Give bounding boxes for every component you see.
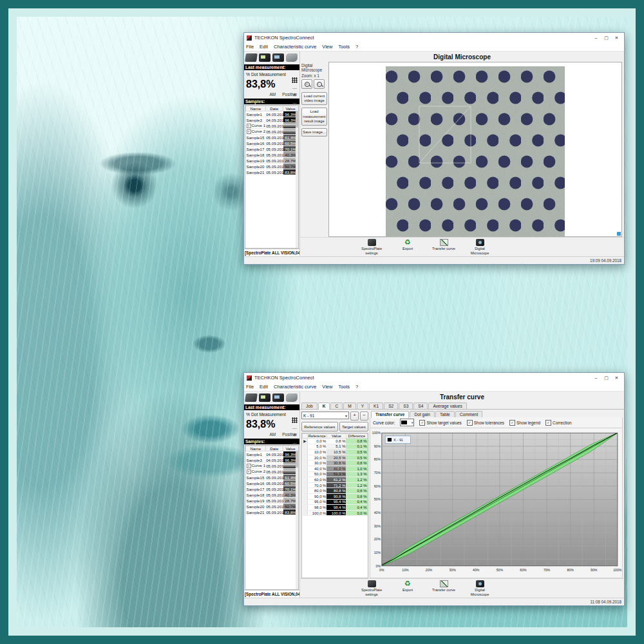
tab-c[interactable]: C <box>330 402 343 409</box>
menu-view[interactable]: View <box>322 384 332 390</box>
maximize-button[interactable]: ▢ <box>601 374 611 381</box>
sample-row[interactable]: Sample2005.09.201850,7% <box>246 504 298 509</box>
menu-file[interactable]: File <box>246 384 254 390</box>
spectro-display2-device-icon[interactable] <box>272 393 284 402</box>
toolbar-transfer-curve[interactable]: Transfer curve <box>430 239 457 251</box>
checkbox-show-legend[interactable]: ✓Show legend <box>509 420 540 426</box>
sample-row[interactable]: +Curve 2B05.09.2018 <box>246 469 298 475</box>
menu-tools[interactable]: Tools <box>338 384 350 390</box>
titlebar[interactable]: TECHKON SpectroConnect – ▢ ✕ <box>244 33 624 43</box>
tab-average-values[interactable]: Average values <box>428 402 466 409</box>
spectrojet-device-icon[interactable] <box>286 53 298 62</box>
reference-row[interactable]: 98,0 %98,4 %0,4 % <box>303 505 368 511</box>
menu-file[interactable]: File <box>246 44 254 50</box>
reference-row[interactable]: 80,0 %80,8 %0,8 % <box>303 488 368 494</box>
curve-color-select[interactable]: ▾ <box>400 419 414 426</box>
samples-scrollbar[interactable] <box>296 106 298 248</box>
toolbar-spectroplate-settings[interactable]: SpectroPlate settings <box>358 239 385 255</box>
sample-row[interactable]: Sample1605.09.201860,5% <box>246 480 298 486</box>
expand-icon[interactable]: + <box>247 129 251 134</box>
load-measurement-result-image-button[interactable]: Load measurement result image <box>301 108 327 126</box>
tab-s2[interactable]: S2 <box>384 402 398 409</box>
reference-row[interactable]: 40,0 %41,0 %1,0 % <box>303 466 368 471</box>
sample-row[interactable]: Sample1905.09.201828,7% <box>246 158 298 164</box>
close-button[interactable]: ✕ <box>612 34 621 41</box>
spectro-display2-device-icon[interactable] <box>272 53 284 62</box>
column-header-reference[interactable]: Reference <box>307 434 327 439</box>
reference-row[interactable]: 100,0 %100,0 %0,0 % <box>303 510 368 516</box>
menu-edit[interactable]: Edit <box>260 44 268 50</box>
column-header-value[interactable]: Value <box>327 434 346 439</box>
reference-row[interactable]: 20,0 %20,5 %0,5 % <box>303 455 368 460</box>
spectrodens-device-icon[interactable] <box>245 393 258 402</box>
menu-[interactable]: ? <box>355 44 358 50</box>
spectrojet-device-icon[interactable] <box>286 393 298 402</box>
sample-row[interactable]: Sample1905.09.201828,7% <box>246 498 298 504</box>
sample-row[interactable]: +Curve 1H05.09.2018 <box>246 123 298 129</box>
resize-grip[interactable] <box>617 232 621 236</box>
sample-row[interactable]: +Curve 1H05.09.2018 <box>246 463 298 469</box>
checkbox-correction[interactable]: ✓Correction <box>545 420 571 426</box>
scrollbar-thumb[interactable] <box>296 451 298 468</box>
toolbar-digital-microscope[interactable]: Digital Microscope <box>466 239 493 255</box>
sample-row[interactable]: Sample2105.09.201883,8% <box>246 509 298 515</box>
maximize-button[interactable]: ▢ <box>601 34 611 41</box>
column-header-name[interactable]: Name <box>246 106 266 111</box>
reference-row[interactable]: 70,0 %71,2 %1,2 % <box>303 482 368 488</box>
column-header-date[interactable]: Date <box>265 446 283 451</box>
menu-edit[interactable]: Edit <box>260 384 268 390</box>
reference-row[interactable]: 60,0 %61,2 %1,2 % <box>303 477 368 483</box>
sample-row[interactable]: Sample104.09.201896,3% <box>246 451 298 457</box>
sample-row[interactable]: Sample1705.09.201870,1% <box>246 146 298 152</box>
subtab-table[interactable]: Table <box>435 411 455 417</box>
reference-row[interactable]: 5,0 %5,1 %0,1 % <box>303 444 368 450</box>
sample-row[interactable]: Sample304.09.201896,3% <box>246 457 298 463</box>
channel-select[interactable]: K - 91 ▾ <box>301 412 349 419</box>
expand-icon[interactable]: + <box>247 464 251 468</box>
sample-row[interactable]: Sample1505.09.201861,4% <box>246 475 298 480</box>
subtab-dot-gain[interactable]: Dot gain <box>410 411 435 417</box>
sample-row[interactable]: Sample1805.09.201840,3% <box>246 492 298 498</box>
toolbar-digital-microscope[interactable]: Digital Microscope <box>466 580 493 596</box>
reference-row[interactable]: 30,0 %30,8 %0,8 % <box>303 460 368 466</box>
menu-view[interactable]: View <box>322 44 332 50</box>
menu-characteristic-curve[interactable]: Characteristic curve <box>274 44 316 50</box>
column-header-difference[interactable]: Difference <box>346 434 367 439</box>
minimize-button[interactable]: – <box>591 34 601 41</box>
target-values-button[interactable]: Target values <box>339 422 368 431</box>
sample-row[interactable]: Sample304.09.201896,3% <box>246 117 298 123</box>
menu-[interactable]: ? <box>355 384 358 390</box>
toolbar-spectroplate-settings[interactable]: SpectroPlate settings <box>358 580 385 596</box>
tab-s3[interactable]: S3 <box>399 402 413 409</box>
checkbox-show-tolerances[interactable]: ✓Show tolerances <box>467 420 504 426</box>
toolbar-export[interactable]: ♻Export <box>394 580 421 592</box>
tab-y[interactable]: Y <box>357 402 368 409</box>
spectro-display-device-icon[interactable] <box>259 393 270 402</box>
sample-row[interactable]: Sample1505.09.201861,4% <box>246 135 298 140</box>
close-button[interactable]: ✕ <box>612 374 621 381</box>
spectrodens-device-icon[interactable] <box>245 53 258 62</box>
sample-row[interactable]: Sample2105.09.201883,8% <box>246 169 298 175</box>
tab-job[interactable]: Job <box>301 402 317 409</box>
reference-row[interactable]: 10,0 %10,5 %0,5 % <box>303 450 368 455</box>
tab-m[interactable]: M <box>343 402 356 409</box>
sample-row[interactable]: Sample104.09.201896,3% <box>246 111 298 117</box>
reference-values-button[interactable]: Reference values <box>301 422 338 431</box>
sample-row[interactable]: +Curve 2B05.09.2018 <box>246 129 298 135</box>
save-image-button[interactable]: Save image... <box>301 128 327 137</box>
reference-row[interactable]: 50,0 %51,3 %1,3 % <box>303 471 368 477</box>
sample-row[interactable]: Sample1705.09.201870,1% <box>246 486 298 492</box>
tab-k1[interactable]: K1 <box>369 402 383 409</box>
remove-step-button[interactable]: − <box>360 412 368 421</box>
tab-k[interactable]: K <box>318 402 330 410</box>
reference-row[interactable]: ▶0,0 %0,8 %0,8 % <box>303 439 368 444</box>
minimize-button[interactable]: – <box>591 374 601 381</box>
reference-row[interactable]: 90,0 %90,8 %0,8 % <box>303 493 368 499</box>
subtab-transfer-curve[interactable]: Transfer curve <box>371 411 409 418</box>
expand-icon[interactable]: + <box>247 124 251 128</box>
column-header-name[interactable]: Name <box>246 446 266 451</box>
add-step-button[interactable]: + <box>350 412 359 421</box>
toolbar-export[interactable]: ♻Export <box>394 239 421 251</box>
zoom-in-button[interactable]: + <box>301 79 312 89</box>
expand-icon[interactable]: + <box>247 469 251 474</box>
